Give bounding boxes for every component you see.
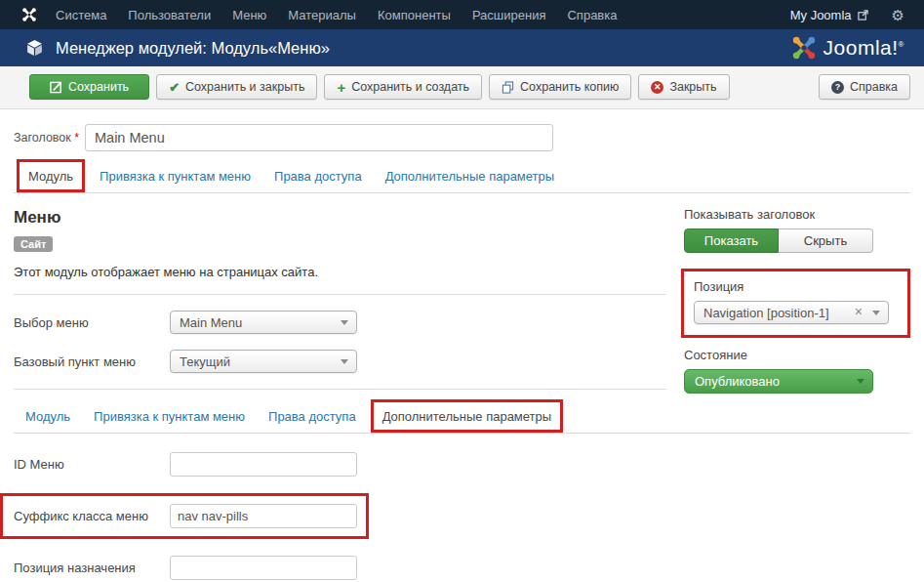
chevron-down-icon	[341, 359, 348, 364]
base-item-select-label: Базовый пункт меню	[14, 354, 170, 369]
tab-permissions-2[interactable]: Права доступа	[257, 400, 368, 433]
menubar-item-components[interactable]: Компоненты	[367, 8, 462, 22]
required-asterisk: *	[74, 131, 79, 145]
module-edit-form: Заголовок * Модуль Привязка к пунктам ме…	[0, 109, 924, 582]
module-description: Этот модуль отображает меню на страницах…	[14, 265, 666, 279]
highlight-box-position: Позиция Navigation [position-1] ×	[681, 269, 910, 338]
menu-select-value: Main Menu	[180, 315, 242, 330]
tab-module-2[interactable]: Модуль	[14, 400, 82, 433]
chevron-down-icon	[341, 320, 348, 325]
page-title: Менеджер модулей: Модуль«Меню»	[56, 39, 330, 58]
save-copy-label: Сохранить копию	[520, 80, 619, 94]
target-position-label: Позиция назначения	[14, 561, 170, 575]
position-select[interactable]: Navigation [position-1] ×	[694, 301, 889, 324]
show-button[interactable]: Показать	[684, 229, 779, 253]
site-badge: Сайт	[14, 236, 53, 252]
chevron-down-icon	[857, 379, 864, 384]
menubar-item-extensions[interactable]: Расширения	[462, 8, 557, 22]
menu-id-input[interactable]	[170, 452, 357, 477]
status-select[interactable]: Опубликовано	[684, 369, 873, 394]
highlight-box-advanced-tab: Дополнительные параметры	[371, 399, 564, 433]
check-icon: ✔	[169, 80, 180, 95]
menu-class-suffix-input[interactable]	[170, 504, 357, 528]
target-position-input[interactable]	[170, 556, 357, 580]
hide-button[interactable]: Скрыть	[779, 229, 873, 253]
menu-id-row: ID Меню	[14, 452, 910, 477]
target-position-row: Позиция назначения	[14, 556, 910, 580]
my-joomla-link[interactable]: My Joomla	[781, 8, 878, 22]
base-item-select-row: Базовый пункт меню Текущий	[14, 350, 666, 373]
module-tabs: Модуль Привязка к пунктам меню Права дос…	[14, 159, 910, 193]
base-item-select-value: Текущий	[180, 354, 230, 369]
show-title-toggle: Показать Скрыть	[684, 229, 910, 253]
menu-select-label: Выбор меню	[14, 315, 170, 330]
close-label: Закрыть	[669, 80, 716, 94]
module-panel: Меню Сайт Этот модуль отображает меню на…	[14, 193, 684, 394]
save-copy-button[interactable]: Сохранить копию	[489, 74, 631, 100]
joomla-logo-icon	[791, 35, 817, 61]
advanced-panel: ID Меню Суффикс класса меню Позиция назн…	[14, 434, 910, 582]
module-tabs-lower: Модуль Привязка к пунктам меню Права дос…	[14, 399, 910, 434]
show-title-label: Показывать заголовок	[684, 207, 910, 222]
joomla-logo: Joomla!®	[791, 35, 904, 61]
status-label: Состояние	[684, 348, 910, 362]
save-close-button[interactable]: ✔ Сохранить и закрыть	[156, 74, 317, 100]
base-item-select[interactable]: Текущий	[170, 350, 357, 373]
save-button-label: Сохранить	[68, 80, 129, 94]
toolbar: Сохранить ✔ Сохранить и закрыть + Сохран…	[0, 66, 924, 109]
position-select-value: Navigation [position-1]	[703, 306, 829, 320]
chevron-down-icon	[872, 311, 880, 315]
menubar: Система Пользователи Меню Материалы Комп…	[45, 8, 627, 22]
help-button[interactable]: ? Справка	[819, 74, 910, 100]
remove-position-icon[interactable]: ×	[855, 305, 863, 318]
close-button[interactable]: ✕ Закрыть	[638, 74, 729, 100]
menu-select[interactable]: Main Menu	[170, 311, 357, 334]
save-close-label: Сохранить и закрыть	[185, 80, 304, 94]
external-link-icon	[858, 10, 868, 21]
module-settings-sidebar: Показывать заголовок Показать Скрыть Поз…	[684, 193, 910, 394]
menubar-item-menus[interactable]: Меню	[221, 8, 277, 22]
menu-id-label: ID Меню	[14, 457, 170, 472]
settings-gear-icon[interactable]: ⚙	[878, 8, 910, 22]
tab-menu-assignment-2[interactable]: Привязка к пунктам меню	[82, 400, 257, 433]
menubar-item-system[interactable]: Система	[45, 8, 117, 22]
tab-menu-assignment[interactable]: Привязка к пунктам меню	[88, 160, 262, 192]
tab-advanced-2[interactable]: Дополнительные параметры	[382, 409, 552, 424]
copy-icon	[502, 81, 514, 94]
title-field-row: Заголовок *	[14, 124, 910, 151]
title-field-label: Заголовок *	[14, 131, 85, 145]
title-input[interactable]	[85, 124, 553, 151]
joomla-icon	[21, 7, 37, 22]
plus-icon: +	[337, 80, 345, 95]
page-header: Менеджер модулей: Модуль«Меню» Joomla!®	[0, 29, 924, 66]
joomla-logo-text: Joomla!®	[824, 36, 904, 60]
module-heading: Меню	[14, 208, 666, 228]
menu-class-suffix-row: Суффикс класса меню	[14, 493, 910, 539]
menubar-item-content[interactable]: Материалы	[277, 8, 367, 22]
help-label: Справка	[850, 80, 898, 94]
registered-mark: ®	[899, 40, 904, 49]
highlight-box-class-suffix: Суффикс класса меню	[0, 493, 369, 539]
menu-select-row: Выбор меню Main Menu	[14, 311, 666, 334]
divider	[14, 294, 666, 295]
tab-module[interactable]: Модуль	[28, 169, 73, 184]
highlight-box-module-tab: Модуль	[17, 159, 85, 192]
menu-class-suffix-label: Суффикс класса меню	[14, 509, 170, 523]
save-new-button[interactable]: + Сохранить и создать	[324, 74, 482, 100]
save-new-label: Сохранить и создать	[351, 80, 469, 94]
position-label: Позиция	[694, 279, 898, 294]
status-select-value: Опубликовано	[695, 374, 780, 389]
save-button[interactable]: Сохранить	[29, 74, 149, 100]
my-joomla-label: My Joomla	[790, 8, 852, 22]
save-icon	[50, 81, 62, 94]
divider	[14, 389, 666, 390]
tab-advanced[interactable]: Дополнительные параметры	[374, 160, 567, 192]
menubar-item-users[interactable]: Пользователи	[117, 8, 221, 22]
admin-menubar: Система Пользователи Меню Материалы Комп…	[0, 0, 924, 29]
help-icon: ?	[831, 81, 844, 94]
module-cube-icon	[25, 39, 44, 58]
close-icon: ✕	[651, 81, 663, 94]
tab-permissions[interactable]: Права доступа	[262, 160, 374, 192]
menubar-item-help[interactable]: Справка	[556, 8, 627, 22]
